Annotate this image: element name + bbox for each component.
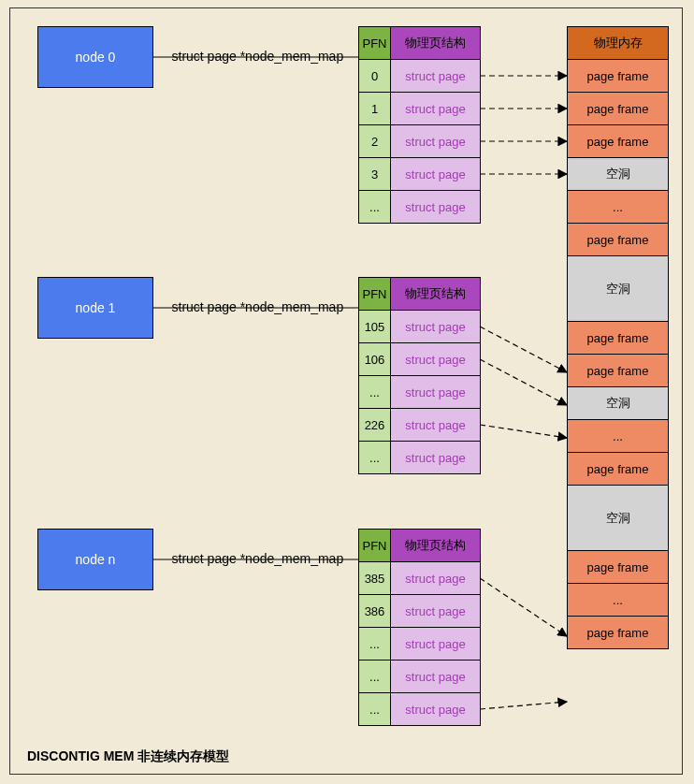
pfn-header-cell: PFN xyxy=(359,278,391,311)
page-table-noden: PFN物理页结构385struct page386struct page...s… xyxy=(358,529,481,726)
pfn-cell: 385 xyxy=(359,562,391,595)
page-cell: struct page xyxy=(391,693,481,726)
page-cell: struct page xyxy=(391,125,481,158)
memory-frame-cell: page frame xyxy=(568,60,669,93)
page-cell: struct page xyxy=(391,562,481,595)
page-cell: struct page xyxy=(391,409,481,442)
pfn-cell: 2 xyxy=(359,125,391,158)
memory-hole-cell: 空洞 xyxy=(568,158,669,191)
page-header-cell: 物理页结构 xyxy=(391,27,481,60)
memory-frame-cell: page frame xyxy=(568,224,669,256)
pfn-cell: ... xyxy=(359,693,391,726)
pfn-cell: ... xyxy=(359,628,391,661)
node-box-node0: node 0 xyxy=(37,26,153,88)
diagram-caption: DISCONTIG MEM 非连续内存模型 xyxy=(27,748,229,765)
memory-frame-cell: page frame xyxy=(568,551,669,584)
node-box-noden: node n xyxy=(37,529,153,590)
page-cell: struct page xyxy=(391,93,481,125)
pfn-cell: ... xyxy=(359,661,391,693)
pfn-cell: ... xyxy=(359,376,391,409)
page-table-node0: PFN物理页结构0struct page1struct page2struct … xyxy=(358,26,481,224)
page-cell: struct page xyxy=(391,158,481,191)
page-cell: struct page xyxy=(391,191,481,224)
memory-frame-cell: page frame xyxy=(568,125,669,158)
memory-frame-cell: page frame xyxy=(568,453,669,486)
memory-frame-cell: ... xyxy=(568,584,669,617)
pfn-cell: 1 xyxy=(359,93,391,125)
memory-hole-cell: 空洞 xyxy=(568,387,669,420)
memory-frame-cell: page frame xyxy=(568,355,669,387)
memory-frame-cell: ... xyxy=(568,191,669,224)
memory-frame-cell: page frame xyxy=(568,93,669,125)
pfn-cell: 105 xyxy=(359,311,391,343)
memory-hole-cell: 空洞 xyxy=(568,256,669,322)
physical-memory-table: 物理内存page framepage framepage frame空洞...p… xyxy=(567,26,669,649)
page-cell: struct page xyxy=(391,442,481,474)
pfn-cell: 0 xyxy=(359,60,391,93)
memory-frame-cell: page frame xyxy=(568,322,669,355)
page-table-node1: PFN物理页结构105struct page106struct page...s… xyxy=(358,277,481,474)
memory-frame-cell: page frame xyxy=(568,617,669,649)
pfn-header-cell: PFN xyxy=(359,530,391,562)
node-map-label-noden: struct page *node_mem_map xyxy=(172,551,344,566)
page-cell: struct page xyxy=(391,661,481,693)
pfn-header-cell: PFN xyxy=(359,27,391,60)
page-cell: struct page xyxy=(391,343,481,376)
page-header-cell: 物理页结构 xyxy=(391,278,481,311)
node-box-node1: node 1 xyxy=(37,277,153,339)
pfn-cell: 3 xyxy=(359,158,391,191)
memory-frame-cell: ... xyxy=(568,420,669,453)
page-cell: struct page xyxy=(391,311,481,343)
pfn-cell: ... xyxy=(359,442,391,474)
node-map-label-node1: struct page *node_mem_map xyxy=(172,299,344,314)
page-cell: struct page xyxy=(391,595,481,628)
page-header-cell: 物理页结构 xyxy=(391,530,481,562)
memory-header-cell: 物理内存 xyxy=(568,27,669,60)
pfn-cell: ... xyxy=(359,191,391,224)
pfn-cell: 386 xyxy=(359,595,391,628)
node-map-label-node0: struct page *node_mem_map xyxy=(172,49,344,64)
page-cell: struct page xyxy=(391,628,481,661)
page-cell: struct page xyxy=(391,60,481,93)
pfn-cell: 226 xyxy=(359,409,391,442)
memory-hole-cell: 空洞 xyxy=(568,486,669,551)
page-cell: struct page xyxy=(391,376,481,409)
pfn-cell: 106 xyxy=(359,343,391,376)
